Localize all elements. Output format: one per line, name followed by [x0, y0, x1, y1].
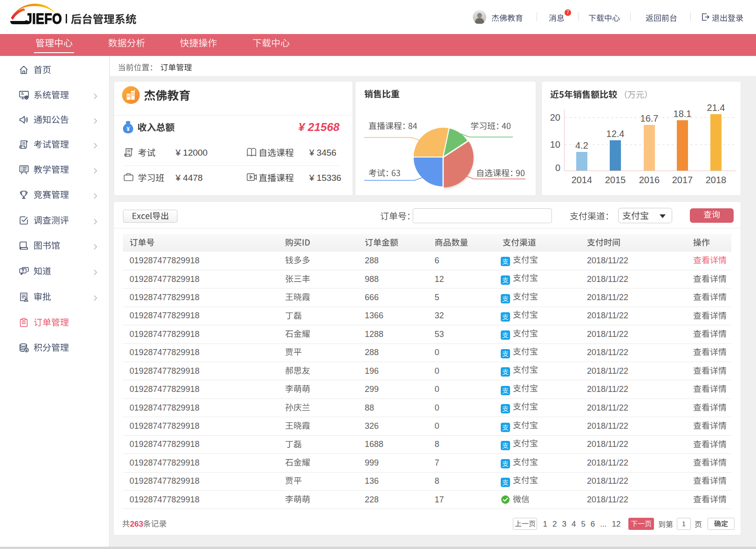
- svg-text:10: 10: [550, 139, 560, 150]
- svg-text:0: 0: [555, 163, 560, 173]
- svg-text:20: 20: [550, 112, 560, 123]
- svg-text:2015: 2015: [605, 175, 626, 185]
- svg-text:2017: 2017: [672, 175, 693, 185]
- svg-text:2014: 2014: [572, 175, 593, 185]
- svg-text:¥: ¥: [127, 126, 130, 132]
- svg-text:2016: 2016: [639, 175, 660, 185]
- svg-text:21.4: 21.4: [707, 103, 725, 113]
- svg-text:18.1: 18.1: [674, 109, 692, 119]
- svg-text:4.2: 4.2: [575, 140, 588, 151]
- svg-text:2018: 2018: [706, 175, 727, 185]
- svg-text:12.4: 12.4: [606, 129, 625, 139]
- svg-text:16.7: 16.7: [640, 113, 659, 124]
